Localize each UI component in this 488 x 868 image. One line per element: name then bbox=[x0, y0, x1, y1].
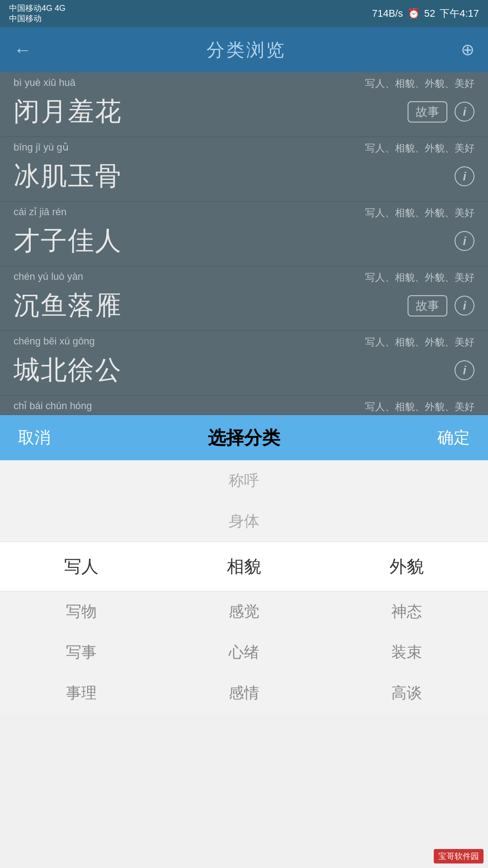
pinyin-text: bì yuè xiū huā bbox=[14, 77, 75, 90]
list-item[interactable]: chén yú luò yàn 写人、相貌、外貌、美好 沉鱼落雁 故事 i bbox=[0, 266, 488, 331]
picker-below2-col1[interactable]: 写事 bbox=[0, 632, 163, 673]
chinese-text: 闭月羞花 bbox=[14, 94, 122, 129]
status-right: 714B/s ⏰ 52 下午4:17 bbox=[372, 7, 479, 20]
picker-above-1-label: 身体 bbox=[229, 501, 259, 542]
dialog-header: 取消 选择分类 确定 bbox=[0, 415, 488, 460]
picker-below3-col2[interactable]: 感情 bbox=[163, 673, 325, 713]
signal-speed: 714B/s bbox=[372, 8, 403, 19]
picker-below1-col2[interactable]: 感觉 bbox=[163, 591, 325, 632]
story-badge[interactable]: 故事 bbox=[408, 101, 447, 123]
picker-below-row-1[interactable]: 写物 感觉 神态 bbox=[0, 591, 488, 632]
cancel-button[interactable]: 取消 bbox=[18, 427, 51, 449]
chinese-text: 才子佳人 bbox=[14, 223, 122, 259]
picker-below1-col3[interactable]: 神态 bbox=[325, 591, 488, 632]
picker-below2-col3[interactable]: 装束 bbox=[325, 632, 488, 673]
info-icon[interactable]: i bbox=[455, 166, 474, 186]
item-actions: 故事 i bbox=[408, 101, 474, 123]
watermark-text: 宝哥软件园 bbox=[438, 852, 479, 861]
main-row: 冰肌玉骨 i bbox=[0, 156, 488, 201]
pinyin-row: cái zǐ jiā rén 写人、相貌、外貌、美好 bbox=[0, 202, 488, 221]
pinyin-row: bì yuè xiū huā 写人、相貌、外貌、美好 bbox=[0, 72, 488, 91]
chinese-text: 冰肌玉骨 bbox=[14, 159, 122, 194]
pinyin-text: bīng jī yù gǔ bbox=[14, 142, 69, 155]
category-picker[interactable]: 称呼 身体 写人 相貌 外貌 写物 感觉 神态 写事 心绪 装束 事理 感情 高… bbox=[0, 460, 488, 713]
tags-text: 写人、相貌、外貌、美好 bbox=[365, 142, 474, 155]
main-row: 城北徐公 i bbox=[0, 350, 488, 395]
watermark: 宝哥软件园 bbox=[434, 849, 483, 863]
tags-text: 写人、相貌、外貌、美好 bbox=[365, 335, 474, 349]
picker-below3-col1[interactable]: 事理 bbox=[0, 673, 163, 713]
item-actions: i bbox=[455, 360, 474, 380]
list-item[interactable]: chéng běi xú gōng 写人、相貌、外貌、美好 城北徐公 i bbox=[0, 331, 488, 396]
pinyin-row: bīng jī yù gǔ 写人、相貌、外貌、美好 bbox=[0, 137, 488, 156]
chinese-text: 城北徐公 bbox=[14, 353, 122, 388]
tags-text: 写人、相貌、外貌、美好 bbox=[365, 271, 474, 284]
list-item[interactable]: cái zǐ jiā rén 写人、相貌、外貌、美好 才子佳人 i bbox=[0, 202, 488, 266]
dialog-title: 选择分类 bbox=[208, 425, 280, 450]
picker-col3-selected[interactable]: 外貌 bbox=[325, 542, 488, 591]
list-item[interactable]: bì yuè xiū huā 写人、相貌、外貌、美好 闭月羞花 故事 i bbox=[0, 72, 488, 137]
app-header: ← 分类浏览 ⊕ bbox=[0, 27, 488, 72]
pinyin-row: chén yú luò yàn 写人、相貌、外貌、美好 bbox=[0, 266, 488, 285]
tags-text: 写人、相貌、外貌、美好 bbox=[365, 400, 474, 414]
time-label: 下午4:17 bbox=[440, 7, 479, 20]
main-row: 才子佳人 i bbox=[0, 221, 488, 266]
list-item[interactable]: bīng jī yù gǔ 写人、相貌、外貌、美好 冰肌玉骨 i bbox=[0, 137, 488, 202]
carrier2-label: 中国移动 bbox=[9, 14, 66, 24]
idiom-list: bì yuè xiū huā 写人、相貌、外貌、美好 闭月羞花 故事 i bīn… bbox=[0, 72, 488, 415]
page-title: 分类浏览 bbox=[206, 38, 286, 62]
carrier1-label: 中国移动4G 4G bbox=[9, 3, 66, 14]
picker-above-2-label: 称呼 bbox=[229, 460, 259, 501]
alarm-icon: ⏰ bbox=[408, 8, 420, 19]
item-actions: 故事 i bbox=[408, 295, 474, 316]
pinyin-row: chǐ bái chún hóng 写人、相貌、外貌、美好 bbox=[0, 396, 488, 415]
pinyin-text: chéng běi xú gōng bbox=[14, 335, 95, 349]
battery-level: 52 bbox=[424, 8, 435, 19]
item-actions: i bbox=[455, 231, 474, 251]
confirm-button[interactable]: 确定 bbox=[437, 427, 470, 449]
chinese-text: 沉鱼落雁 bbox=[14, 288, 122, 323]
picker-below2-col2[interactable]: 心绪 bbox=[163, 632, 325, 673]
info-icon[interactable]: i bbox=[455, 360, 474, 380]
main-row: 闭月羞花 故事 i bbox=[0, 91, 488, 137]
tags-text: 写人、相貌、外貌、美好 bbox=[365, 77, 474, 90]
info-icon[interactable]: i bbox=[455, 296, 474, 316]
location-icon[interactable]: ⊕ bbox=[461, 40, 474, 59]
picker-selected-row[interactable]: 写人 相貌 外貌 bbox=[0, 542, 488, 591]
main-row: 沉鱼落雁 故事 i bbox=[0, 285, 488, 330]
pinyin-text: chǐ bái chún hóng bbox=[14, 400, 92, 414]
picker-below3-col3[interactable]: 高谈 bbox=[325, 673, 488, 713]
pinyin-row: chéng běi xú gōng 写人、相貌、外貌、美好 bbox=[0, 331, 488, 350]
story-badge[interactable]: 故事 bbox=[408, 295, 447, 316]
picker-above-1: 身体 bbox=[0, 501, 488, 542]
picker-col1-selected[interactable]: 写人 bbox=[0, 542, 163, 591]
carrier-info: 中国移动4G 4G 中国移动 bbox=[9, 3, 66, 24]
back-button[interactable]: ← bbox=[14, 40, 32, 60]
pinyin-text: cái zǐ jiā rén bbox=[14, 206, 66, 220]
info-icon[interactable]: i bbox=[455, 231, 474, 251]
pinyin-text: chén yú luò yàn bbox=[14, 271, 83, 284]
picker-below-row-2[interactable]: 写事 心绪 装束 bbox=[0, 632, 488, 673]
picker-below1-col1[interactable]: 写物 bbox=[0, 591, 163, 632]
picker-below-row-3[interactable]: 事理 感情 高谈 bbox=[0, 673, 488, 713]
tags-text: 写人、相貌、外貌、美好 bbox=[365, 206, 474, 220]
list-item-partial[interactable]: chǐ bái chún hóng 写人、相貌、外貌、美好 bbox=[0, 396, 488, 415]
picker-col2-selected[interactable]: 相貌 bbox=[163, 542, 325, 591]
info-icon[interactable]: i bbox=[455, 102, 474, 122]
status-bar: 中国移动4G 4G 中国移动 714B/s ⏰ 52 下午4:17 bbox=[0, 0, 488, 27]
item-actions: i bbox=[455, 166, 474, 186]
picker-above-2: 称呼 bbox=[0, 460, 488, 501]
